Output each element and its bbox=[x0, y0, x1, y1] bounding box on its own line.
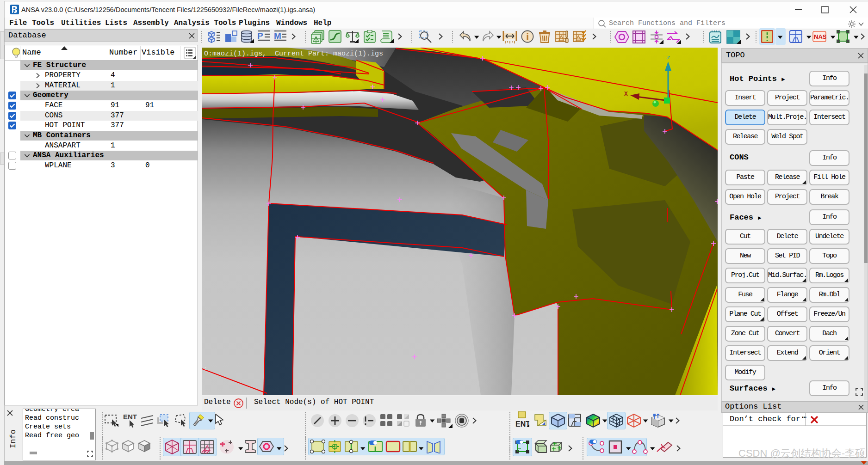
svg-text:P: P bbox=[257, 31, 263, 41]
svg-text:ENT: ENT bbox=[123, 414, 137, 421]
svg-text:NAS: NAS bbox=[814, 33, 826, 40]
svg-text:O:maozi(1).igs, Current Part:: O:maozi(1).igs, Current Part: maozi(1).i… bbox=[204, 50, 383, 58]
svg-text:z: z bbox=[667, 54, 670, 61]
svg-text:M: M bbox=[274, 31, 281, 41]
svg-text:X: X bbox=[624, 91, 628, 98]
svg-text::: : bbox=[204, 366, 207, 372]
